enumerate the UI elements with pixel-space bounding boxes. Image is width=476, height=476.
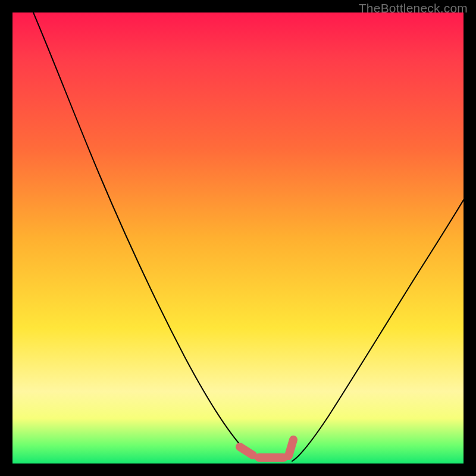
- canvas-frame: TheBottleneck.com: [0, 0, 476, 476]
- plot-area: [12, 12, 464, 464]
- curve-right-branch: [292, 200, 464, 461]
- chart-svg: [12, 12, 464, 464]
- marker-bottleneck-seg-3: [289, 440, 293, 456]
- marker-bottleneck-seg-1: [240, 447, 253, 455]
- watermark-text: TheBottleneck.com: [359, 1, 468, 15]
- curve-left-branch: [33, 12, 262, 461]
